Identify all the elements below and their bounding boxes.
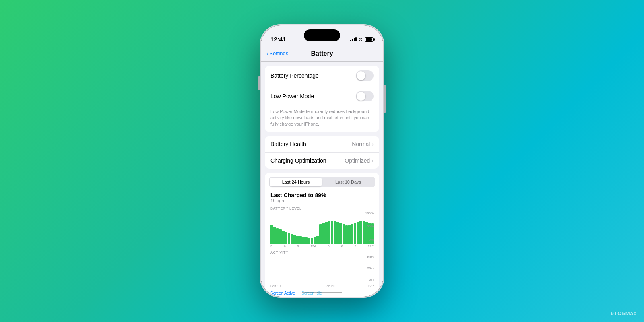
charging-optimization-chevron: › [372,157,374,164]
battery-bar [316,236,319,244]
x-label-9: 9 [297,244,299,248]
x-label-9b: 9 [355,244,356,248]
battery-percentage-toggle[interactable] [356,70,374,81]
battery-bar [293,235,296,244]
low-power-mode-row[interactable]: Low Power Mode [265,86,379,106]
activity-x-labels: Feb 19 Feb 20 12P [269,283,375,288]
battery-percentage-label: Battery Percentage [270,72,319,79]
activity-label: ACTIVITY [270,250,374,254]
battery-bar [299,236,301,244]
dynamic-island [304,29,340,41]
activity-chart [269,255,375,283]
battery-bar [325,222,328,244]
toggle-thumb-2 [357,92,365,101]
back-chevron: ‹ [266,50,268,56]
status-icons: ⊜ [350,37,374,42]
act-y-60: 60m [367,255,374,259]
screen-active-legend: Screen Active 3h 51m [270,291,295,297]
toggles-section: Battery Percentage Low Power Mode Low Po… [265,66,379,132]
charging-optimization-row[interactable]: Charging Optimization Optimized › [265,153,379,169]
battery-chart [269,211,375,244]
charged-title: Last Charged to 89% [270,192,374,198]
toggle-thumb-1 [357,71,365,80]
signal-bar-3 [354,38,355,41]
chart-header: Last Charged to 89% 1h ago [269,190,375,204]
back-button[interactable]: ‹ Settings [266,50,288,56]
back-label: Settings [269,50,288,56]
battery-bar [319,224,322,244]
battery-bar [273,227,276,244]
x-label-12a: 12A [310,244,316,248]
battery-bar [354,223,356,244]
watermark: 9TO5Mac [611,310,637,316]
x-label-6: 6 [284,244,285,248]
nav-bar: ‹ Settings Battery [261,45,383,62]
act-y-30: 30m [367,266,374,270]
signal-bar-1 [350,40,351,41]
signal-bar-4 [355,37,357,41]
content-area[interactable]: Battery Percentage Low Power Mode Low Po… [261,62,383,297]
battery-body [365,37,374,42]
battery-bar [305,237,308,244]
act-x-12p: 12P [368,284,374,288]
battery-health-label: Battery Health [270,141,306,147]
health-section: Battery Health Normal › Charging Optimiz… [265,136,379,169]
battery-fill [366,38,372,41]
battery-bar [334,221,336,244]
tab-24h[interactable]: Last 24 Hours [270,178,322,186]
battery-bar [314,237,316,244]
battery-status-icon [365,37,374,42]
activity-y-labels: 60m 30m 0m [367,255,374,281]
battery-bar [357,222,359,244]
low-power-mode-toggle[interactable] [356,91,374,101]
tab-10d[interactable]: Last 10 Days [322,178,374,186]
battery-bar [343,224,345,244]
screen-active-label: Screen Active [270,291,295,295]
battery-level-label: BATTERY LEVEL [270,206,374,211]
charging-optimization-value: Optimized › [345,157,374,164]
charts-section: Last 24 Hours Last 10 Days Last Charged … [265,173,379,297]
tab-bar: Last 24 Hours Last 10 Days [269,177,375,187]
x-label-12p: 12P [368,244,374,248]
phone-frame: 12:41 ⊜ [260,24,384,298]
battery-bar [322,223,325,244]
battery-health-status: Normal [352,141,370,147]
act-y-0: 0m [369,278,374,281]
battery-percentage-row[interactable]: Battery Percentage [265,66,379,86]
battery-bar [279,229,281,244]
screen: 12:41 ⊜ [261,25,383,297]
battery-bar [359,221,362,244]
battery-health-chevron: › [372,141,374,147]
charging-optimization-label: Charging Optimization [270,157,326,164]
battery-bar [328,221,330,244]
battery-bar [291,234,293,244]
low-power-mode-label: Low Power Mode [270,93,314,99]
battery-bar [348,225,351,244]
battery-bar [270,225,273,244]
battery-bar [311,238,313,244]
page-title: Battery [311,50,333,57]
battery-bar [285,232,287,244]
battery-bar [331,221,333,244]
activity-chart-container: 60m 30m 0m Feb 19 Feb 20 12P [269,255,375,288]
act-x-feb19: Feb 19 [270,284,281,288]
battery-y-labels: 100% 50% 0% [365,211,374,242]
battery-chart-container: 100% 50% 0% 3 6 9 12A 3 6 9 12P [269,211,375,248]
signal-bars [350,37,357,41]
battery-health-row[interactable]: Battery Health Normal › [265,136,379,153]
signal-bar-2 [352,39,353,41]
x-label-3: 3 [270,244,272,248]
y-label-50: 50% [367,225,374,228]
status-bar: 12:41 ⊜ [261,25,383,45]
status-time: 12:41 [270,36,286,42]
x-label-6b: 6 [341,244,343,248]
battery-bar [296,236,299,244]
x-label-3b: 3 [328,244,329,248]
y-label-100: 100% [365,211,374,215]
battery-bar [363,221,365,244]
battery-bar [302,237,305,244]
battery-bar [282,231,285,244]
phone-inner: 12:41 ⊜ [261,25,383,297]
battery-bar [276,228,279,244]
screen-idle-value: 5h 24m [301,296,323,297]
